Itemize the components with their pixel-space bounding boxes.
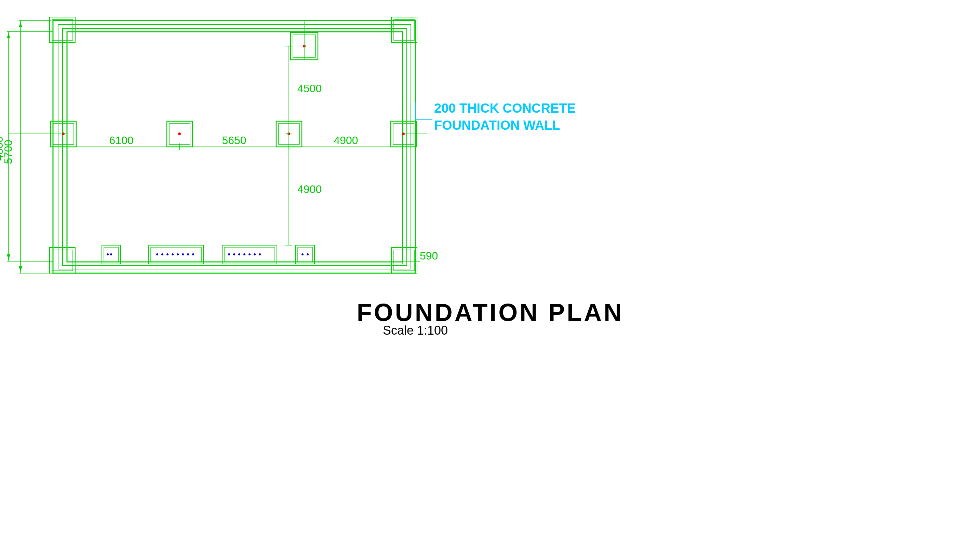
- svg-point-54: [307, 253, 309, 255]
- dim-4900-v: 4900: [298, 183, 322, 195]
- svg-point-45: [233, 253, 235, 255]
- svg-marker-63: [7, 33, 10, 38]
- svg-point-47: [243, 253, 246, 255]
- annotation-line2: FOUNDATION WALL: [434, 118, 560, 132]
- dim-4900-h: 4900: [334, 134, 358, 147]
- svg-point-41: [192, 253, 194, 255]
- svg-marker-58: [19, 22, 22, 27]
- svg-point-40: [187, 253, 189, 255]
- svg-rect-7: [394, 20, 415, 40]
- drawing-scale: Scale 1:100: [383, 323, 448, 337]
- svg-point-53: [301, 253, 304, 255]
- svg-point-39: [182, 253, 184, 255]
- annotation-line1: 200 THICK CONCRETE: [434, 101, 575, 115]
- svg-point-34: [156, 253, 158, 255]
- dim-590: 590: [420, 250, 438, 262]
- dim-5650: 5650: [222, 134, 246, 147]
- svg-point-36: [166, 253, 169, 255]
- svg-rect-52: [298, 247, 313, 262]
- svg-point-31: [110, 253, 112, 255]
- dim-6100: 6100: [109, 134, 133, 147]
- svg-point-38: [177, 253, 179, 255]
- svg-rect-11: [394, 250, 415, 271]
- main-canvas: 5700 4800 6100 5650 4900 4500 4900 590 2…: [0, 0, 980, 560]
- drawing-title: FOUNDATION PLAN: [357, 299, 624, 326]
- svg-marker-64: [7, 254, 10, 260]
- svg-point-48: [249, 253, 251, 255]
- svg-point-20: [178, 132, 181, 135]
- svg-point-50: [259, 253, 261, 255]
- dim-4800: 4800: [0, 136, 5, 160]
- dim-4500: 4500: [298, 82, 322, 95]
- svg-point-44: [228, 253, 230, 255]
- foundation-drawing: 5700 4800 6100 5650 4900 4500 4900 590 2…: [0, 0, 980, 560]
- svg-point-30: [107, 253, 109, 255]
- svg-point-35: [161, 253, 163, 255]
- svg-point-49: [254, 253, 256, 255]
- svg-rect-51: [296, 245, 314, 264]
- svg-marker-59: [19, 266, 22, 272]
- svg-point-46: [238, 253, 240, 255]
- svg-point-37: [172, 253, 174, 255]
